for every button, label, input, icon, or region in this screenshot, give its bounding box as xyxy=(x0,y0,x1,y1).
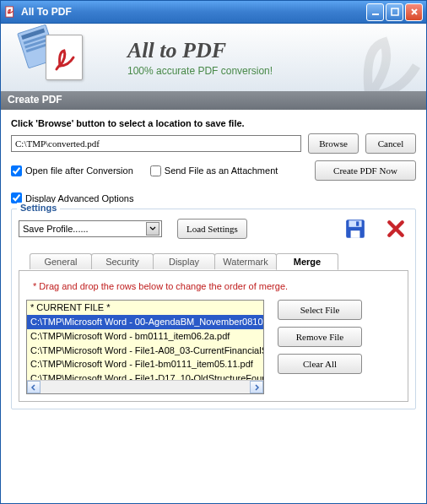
tab-display[interactable]: Display xyxy=(153,253,215,269)
horizontal-scrollbar[interactable] xyxy=(27,380,263,393)
cancel-button[interactable]: Cancel xyxy=(365,133,416,154)
merge-hint: * Drag and drop the rows below to change… xyxy=(33,281,401,291)
display-advanced-label: Display Advanced Options xyxy=(25,193,133,203)
svg-rect-6 xyxy=(356,221,359,225)
open-after-checkbox[interactable]: Open file after Conversion xyxy=(11,165,133,176)
send-attachment-label: Send File as an Attachment xyxy=(165,165,278,176)
list-item[interactable]: C:\TMP\Microsoft Word - File1-A08_03-Cur… xyxy=(27,344,263,358)
scroll-right-button[interactable] xyxy=(250,381,263,393)
minimize-button[interactable] xyxy=(366,3,384,21)
list-item[interactable]: C:\TMP\Microsoft Word - File1-bm0111_ite… xyxy=(27,357,263,371)
list-item[interactable]: C:\TMP\Microsoft Word - bm0111_item06.2a… xyxy=(27,329,263,344)
svg-rect-4 xyxy=(349,220,361,227)
window-title: All To PDF xyxy=(21,6,366,18)
tab-watermark[interactable]: Watermark xyxy=(214,253,277,269)
list-item[interactable]: C:\TMP\Microsoft Word - 00-AgendaBM_Nove… xyxy=(27,315,263,329)
remove-file-button[interactable]: Remove File xyxy=(278,327,362,347)
floppy-disk-icon xyxy=(344,218,366,240)
app-icon xyxy=(4,5,18,19)
tab-merge[interactable]: Merge xyxy=(276,253,338,270)
save-profile-value: Save Profile...... xyxy=(23,224,89,234)
delete-x-icon xyxy=(386,219,405,238)
svg-rect-2 xyxy=(392,8,398,15)
settings-fieldset: Settings Save Profile...... Load Setting… xyxy=(11,209,416,409)
save-profile-dropdown[interactable]: Save Profile...... xyxy=(19,220,162,237)
pdf-icon xyxy=(46,35,83,80)
titlebar[interactable]: All To PDF xyxy=(0,0,427,24)
section-header: Create PDF xyxy=(0,91,427,110)
clear-all-button[interactable]: Clear All xyxy=(278,354,362,374)
file-list-box[interactable]: * CURRENT FILE *C:\TMP\Microsoft Word - … xyxy=(26,300,264,394)
svg-rect-1 xyxy=(372,14,379,15)
close-button[interactable] xyxy=(405,3,423,21)
tab-content: GeneralSecurityDisplayWatermarkMerge * D… xyxy=(19,270,408,402)
tab-general[interactable]: General xyxy=(30,253,92,269)
banner: All to PDF 100% accurate PDF conversion! xyxy=(0,24,427,91)
scroll-track[interactable] xyxy=(41,381,250,393)
scroll-left-button[interactable] xyxy=(27,381,41,393)
browse-button[interactable]: Browse xyxy=(308,133,359,154)
watermark-icon xyxy=(325,24,427,91)
settings-legend: Settings xyxy=(17,203,60,213)
svg-rect-5 xyxy=(351,230,360,238)
content: Click 'Browse' button to select a locati… xyxy=(0,110,427,504)
create-pdf-button[interactable]: Create PDF Now xyxy=(315,160,416,181)
instruction-text: Click 'Browse' button to select a locati… xyxy=(11,118,416,128)
tab-security[interactable]: Security xyxy=(91,253,154,269)
list-header: * CURRENT FILE * xyxy=(27,301,263,315)
banner-icon-box xyxy=(1,35,127,80)
list-item[interactable]: C:\TMP\Microsoft Word - File1-D17_10-Old… xyxy=(27,371,263,380)
dropdown-arrow-icon xyxy=(146,222,159,236)
open-after-label: Open file after Conversion xyxy=(25,165,133,176)
tab-bar: GeneralSecurityDisplayWatermarkMerge xyxy=(30,253,338,269)
send-attachment-checkbox[interactable]: Send File as an Attachment xyxy=(150,165,278,176)
delete-icon-button[interactable] xyxy=(383,218,408,240)
select-file-button[interactable]: Select File xyxy=(278,300,362,320)
load-settings-button[interactable]: Load Settings xyxy=(177,219,247,239)
save-icon-button[interactable] xyxy=(343,218,368,240)
save-path-input[interactable] xyxy=(11,135,301,152)
maximize-button[interactable] xyxy=(386,3,403,21)
